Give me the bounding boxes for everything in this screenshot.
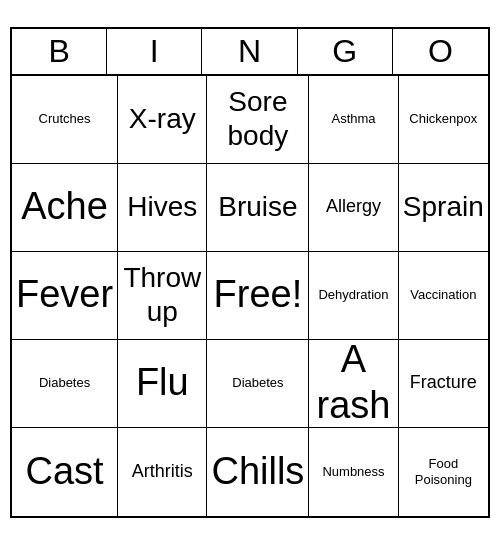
cell-text: Throw up xyxy=(122,261,202,328)
cell-text: Chills xyxy=(211,449,304,495)
cell-text: Sore body xyxy=(211,85,304,152)
cell-text: Ache xyxy=(21,184,108,230)
cell-text: Free! xyxy=(214,272,303,318)
cell-text: Flu xyxy=(136,360,189,406)
cell-text: Vaccination xyxy=(410,287,476,303)
bingo-cell: X-ray xyxy=(118,76,207,164)
cell-text: Allergy xyxy=(326,196,381,218)
header-letter: I xyxy=(107,29,202,74)
cell-text: Fever xyxy=(16,272,113,318)
header-letter: O xyxy=(393,29,488,74)
bingo-cell: Ache xyxy=(12,164,118,252)
cell-text: Crutches xyxy=(39,111,91,127)
cell-text: Numbness xyxy=(322,464,384,480)
cell-text: Hives xyxy=(127,190,197,224)
cell-text: Food Poisoning xyxy=(403,456,484,487)
bingo-cell: Food Poisoning xyxy=(399,428,488,516)
bingo-cell: Chickenpox xyxy=(399,76,488,164)
bingo-cell: A rash xyxy=(309,340,398,428)
cell-text: Asthma xyxy=(331,111,375,127)
bingo-cell: Dehydration xyxy=(309,252,398,340)
cell-text: Cast xyxy=(26,449,104,495)
cell-text: Bruise xyxy=(218,190,297,224)
bingo-cell: Allergy xyxy=(309,164,398,252)
cell-text: Fracture xyxy=(410,372,477,394)
cell-text: X-ray xyxy=(129,102,196,136)
bingo-cell: Free! xyxy=(207,252,309,340)
bingo-cell: Sprain xyxy=(399,164,488,252)
bingo-cell: Diabetes xyxy=(12,340,118,428)
bingo-cell: Hives xyxy=(118,164,207,252)
bingo-cell: Bruise xyxy=(207,164,309,252)
bingo-cell: Numbness xyxy=(309,428,398,516)
cell-text: Chickenpox xyxy=(409,111,477,127)
bingo-cell: Fever xyxy=(12,252,118,340)
header-letter: N xyxy=(202,29,297,74)
header-letter: G xyxy=(298,29,393,74)
cell-text: Diabetes xyxy=(39,375,90,391)
bingo-cell: Fracture xyxy=(399,340,488,428)
cell-text: A rash xyxy=(313,337,393,428)
bingo-cell: Diabetes xyxy=(207,340,309,428)
bingo-cell: Cast xyxy=(12,428,118,516)
bingo-card: BINGO CrutchesX-raySore bodyAsthmaChicke… xyxy=(10,27,490,518)
cell-text: Dehydration xyxy=(318,287,388,303)
cell-text: Arthritis xyxy=(132,461,193,483)
bingo-header: BINGO xyxy=(12,29,488,76)
bingo-cell: Asthma xyxy=(309,76,398,164)
bingo-cell: Vaccination xyxy=(399,252,488,340)
bingo-cell: Flu xyxy=(118,340,207,428)
bingo-cell: Crutches xyxy=(12,76,118,164)
bingo-cell: Throw up xyxy=(118,252,207,340)
header-letter: B xyxy=(12,29,107,74)
bingo-cell: Arthritis xyxy=(118,428,207,516)
bingo-cell: Chills xyxy=(207,428,309,516)
bingo-cell: Sore body xyxy=(207,76,309,164)
bingo-grid: CrutchesX-raySore bodyAsthmaChickenpoxAc… xyxy=(12,76,488,516)
cell-text: Sprain xyxy=(403,190,484,224)
cell-text: Diabetes xyxy=(232,375,283,391)
